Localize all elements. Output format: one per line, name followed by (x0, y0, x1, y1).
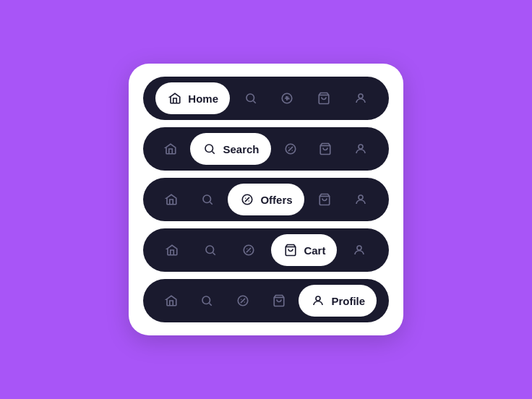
offers-label: Offers (260, 194, 292, 206)
offers-nav-item[interactable] (275, 133, 306, 165)
home-icon (167, 90, 183, 106)
home-nav-item[interactable] (155, 184, 187, 215)
offers-nav-item[interactable] (233, 234, 265, 266)
offers-icon (283, 141, 299, 157)
profile-icon (353, 141, 369, 157)
search-nav-item[interactable] (192, 184, 223, 215)
nav-row-cart: Cart (143, 228, 389, 272)
cart-icon (317, 141, 333, 157)
cart-nav-item[interactable] (309, 184, 340, 215)
profile-icon (351, 242, 367, 258)
nav-row-offers: Offers (143, 178, 389, 221)
search-icon (202, 141, 218, 157)
profile-nav-item[interactable] (345, 184, 377, 215)
cart-icon (271, 293, 287, 309)
offers-icon: % (279, 90, 295, 106)
profile-label: Profile (331, 295, 365, 307)
offers-nav-item[interactable] (227, 285, 259, 317)
home-icon (164, 242, 180, 258)
nav-row-profile: Profile (143, 279, 389, 322)
svg-point-4 (359, 94, 363, 98)
profile-icon (353, 192, 369, 207)
profile-icon (310, 293, 326, 309)
cart-nav-item[interactable] (309, 133, 341, 165)
svg-point-14 (249, 200, 250, 202)
home-icon (163, 192, 179, 207)
offers-icon (235, 293, 251, 309)
search-nav-item[interactable] (235, 82, 267, 114)
svg-point-20 (250, 251, 252, 252)
nav-row-home: Home % (143, 77, 389, 120)
svg-point-26 (244, 301, 246, 303)
svg-point-11 (203, 195, 211, 203)
search-nav-item[interactable] (194, 234, 226, 266)
home-nav-item[interactable] (156, 234, 188, 266)
search-nav-item[interactable]: Search (190, 133, 270, 165)
svg-text:%: % (286, 95, 290, 100)
svg-point-0 (246, 94, 254, 102)
offers-nav-item[interactable]: Offers (228, 184, 304, 215)
cart-nav-item[interactable] (263, 285, 295, 317)
profile-icon (353, 90, 369, 106)
svg-point-10 (359, 145, 363, 149)
cart-icon (283, 242, 299, 258)
svg-point-19 (246, 248, 248, 249)
svg-point-16 (359, 195, 363, 200)
profile-nav-item[interactable] (345, 82, 377, 114)
home-icon (163, 141, 179, 157)
svg-point-7 (288, 147, 290, 148)
home-nav-item[interactable] (155, 285, 187, 317)
svg-point-8 (291, 150, 293, 151)
svg-point-5 (205, 145, 213, 153)
svg-point-23 (202, 296, 210, 304)
home-icon (163, 293, 179, 309)
nav-row-search: Search (143, 127, 389, 171)
search-icon (200, 192, 215, 207)
search-icon (243, 90, 259, 106)
svg-point-25 (241, 299, 242, 300)
home-label: Home (188, 93, 218, 105)
offers-icon (239, 192, 255, 207)
search-nav-item[interactable] (191, 285, 223, 317)
cart-icon (317, 192, 332, 207)
svg-point-17 (206, 246, 214, 254)
profile-nav-item[interactable] (343, 234, 375, 266)
nav-showcase-card: Home % (129, 64, 403, 335)
svg-point-13 (245, 197, 246, 199)
search-label: Search (223, 143, 259, 155)
cart-label: Cart (304, 244, 325, 257)
svg-point-22 (357, 246, 361, 250)
svg-point-28 (316, 296, 320, 301)
cart-nav-item[interactable]: Cart (271, 234, 337, 266)
cart-icon (316, 90, 332, 106)
cart-nav-item[interactable] (308, 82, 340, 114)
offers-icon (241, 242, 257, 258)
profile-nav-item[interactable] (345, 133, 377, 165)
profile-nav-item[interactable]: Profile (299, 285, 377, 317)
home-nav-item[interactable]: Home (155, 82, 230, 114)
home-nav-item[interactable] (155, 133, 186, 165)
search-icon (202, 242, 218, 258)
search-icon (199, 293, 215, 309)
offers-nav-item[interactable]: % (271, 82, 303, 114)
